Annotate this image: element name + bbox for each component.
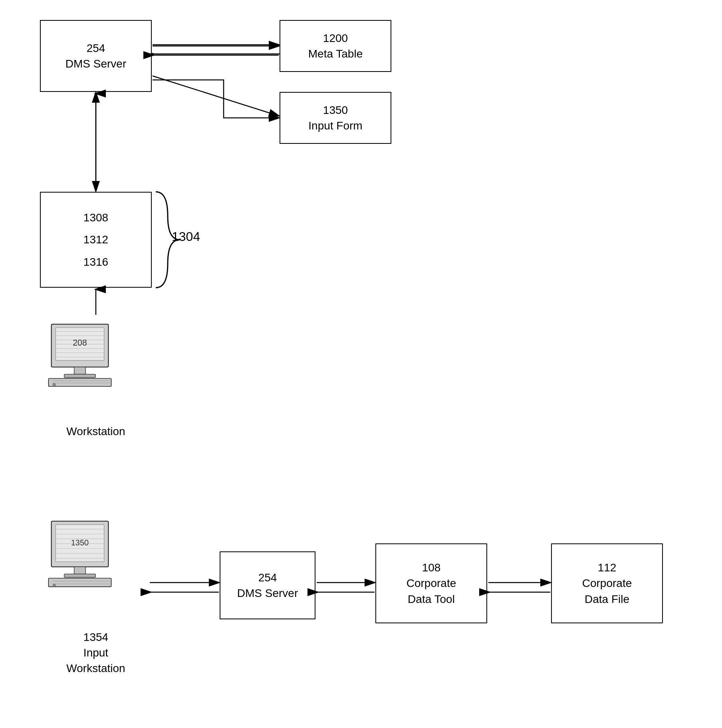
- module-box: 1308 1312 1316: [40, 192, 152, 288]
- cdt-label2: Data Tool: [408, 591, 455, 607]
- cdf-label2: Data File: [585, 591, 629, 607]
- dms-server-box-top: 254 DMS Server: [40, 20, 152, 92]
- cdt-id: 108: [422, 560, 441, 575]
- meta-table-id: 1200: [323, 30, 348, 46]
- workstation-icon-bottom: 1350: [40, 515, 152, 619]
- module-id-1308: 1308: [83, 210, 108, 225]
- workstation-svg-bottom: 1350: [40, 515, 120, 595]
- cdf-id: 112: [598, 560, 617, 575]
- svg-rect-32: [74, 367, 86, 374]
- input-form-box: 1350 Input Form: [280, 92, 391, 144]
- meta-table-label: Meta Table: [308, 46, 363, 62]
- diagram: 254 DMS Server 1200 Meta Table 1350 Inpu…: [0, 0, 722, 728]
- input-form-id: 1350: [323, 102, 348, 118]
- input-workstation-caption: 1354 Input Workstation: [32, 629, 160, 676]
- dms-server-label-bottom: DMS Server: [237, 585, 298, 601]
- iw-caption-line2: Input: [83, 646, 108, 659]
- dms-server-id-bottom: 254: [258, 570, 277, 585]
- workstation-svg-top: 208: [40, 316, 120, 396]
- meta-table-box: 1200 Meta Table: [280, 20, 391, 72]
- cdf-label1: Corporate: [582, 575, 632, 591]
- corporate-data-tool-box: 108 Corporate Data Tool: [375, 543, 487, 623]
- iw-caption-line3: Workstation: [66, 662, 125, 674]
- corporate-data-file-box: 112 Corporate Data File: [551, 543, 663, 623]
- svg-rect-49: [64, 574, 96, 577]
- module-id-1312: 1312: [83, 232, 108, 247]
- svg-point-37: [53, 383, 56, 386]
- svg-rect-50: [48, 578, 111, 587]
- workstation-icon-top: 208: [40, 316, 152, 412]
- svg-point-53: [53, 584, 56, 587]
- input-form-label: Input Form: [308, 118, 362, 133]
- brace-label: 1304: [172, 228, 200, 246]
- workstation-caption: Workstation: [40, 424, 152, 439]
- module-id-1316: 1316: [83, 254, 108, 270]
- dms-server-box-bottom: 254 DMS Server: [220, 551, 315, 619]
- svg-rect-33: [64, 374, 96, 378]
- svg-rect-48: [74, 567, 86, 574]
- dms-server-id-top: 254: [87, 40, 105, 56]
- cdt-label1: Corporate: [407, 575, 456, 591]
- svg-rect-34: [48, 378, 111, 386]
- dms-server-label-top: DMS Server: [65, 56, 126, 72]
- svg-text:1350: 1350: [71, 538, 89, 547]
- iw-caption-line1: 1354: [83, 631, 108, 643]
- svg-text:208: 208: [73, 338, 87, 348]
- svg-line-8: [153, 76, 279, 116]
